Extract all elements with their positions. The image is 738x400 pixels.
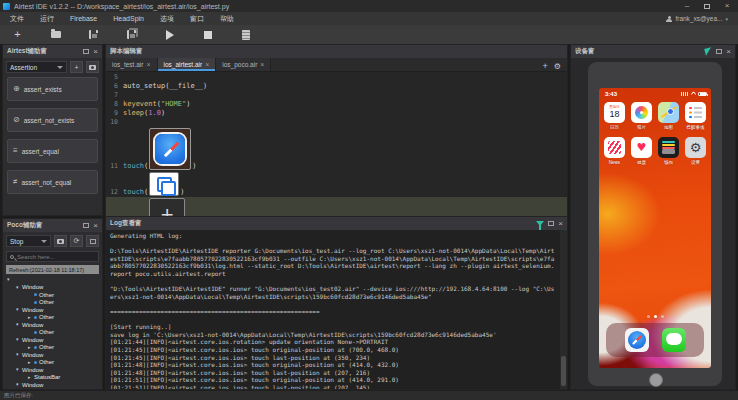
- close-panel-icon[interactable]: ×: [726, 48, 731, 56]
- open-script-button[interactable]: [50, 29, 61, 40]
- tree-node[interactable]: ▾Window: [3, 306, 102, 314]
- app-messages[interactable]: [662, 328, 686, 352]
- save-as-button[interactable]: [126, 29, 137, 40]
- log-scrollbar[interactable]: [560, 230, 567, 389]
- code-line[interactable]: 5: [106, 73, 567, 82]
- insert-snippet-button[interactable]: +: [70, 61, 83, 73]
- assertion-mode-select[interactable]: Assertion: [6, 61, 67, 73]
- line-number: 10: [106, 118, 123, 127]
- menu-run[interactable]: 运行: [40, 14, 54, 24]
- tree-node[interactable]: ▸Other: [3, 359, 102, 367]
- save-script-button[interactable]: [88, 29, 99, 40]
- tab-close-icon[interactable]: ×: [146, 61, 150, 68]
- tab-ios-poco[interactable]: ios_poco.air ×: [216, 58, 271, 71]
- app-health[interactable]: ♥ 健康: [628, 137, 655, 165]
- app-calendar[interactable]: 星期日 18 日历: [601, 102, 628, 130]
- code-line[interactable]: 12touch(): [106, 171, 567, 197]
- tree-node[interactable]: ▾Window: [3, 336, 102, 344]
- poco-refresh-row[interactable]: Refresh:(2021-02-18 11:18:17): [6, 265, 99, 274]
- assert-equal-button[interactable]: ≡ assert_equal: [7, 139, 98, 163]
- code-line[interactable]: 11touch(): [106, 127, 567, 171]
- close-panel-icon[interactable]: ×: [93, 222, 98, 230]
- poco-mode-select[interactable]: Stop: [6, 235, 51, 247]
- tree-node[interactable]: Other: [3, 291, 102, 299]
- float-panel-icon[interactable]: [83, 49, 89, 54]
- app-wallet[interactable]: 钱包: [655, 137, 682, 165]
- app-news[interactable]: News: [601, 137, 628, 165]
- code-line[interactable]: 7: [106, 91, 567, 100]
- stop-script-button[interactable]: [202, 29, 213, 40]
- minimize-button[interactable]: –: [679, 1, 695, 12]
- home-button[interactable]: [649, 373, 663, 387]
- close-button[interactable]: ×: [719, 1, 735, 12]
- tree-node[interactable]: ▸Other: [3, 314, 102, 322]
- poco-refresh-button[interactable]: ⟳: [70, 235, 83, 247]
- code-line[interactable]: 10: [106, 118, 567, 127]
- menu-firebase[interactable]: Firebase: [70, 15, 97, 22]
- close-panel-icon[interactable]: ×: [93, 48, 98, 56]
- log-line: [01:21:51][INFO]<airtest.core.ios.ios> t…: [110, 376, 556, 384]
- tree-node[interactable]: ▸Other: [3, 344, 102, 352]
- new-script-button[interactable]: +: [12, 29, 23, 40]
- tab-close-icon[interactable]: ×: [205, 61, 209, 68]
- assert-not-equal-button[interactable]: ≠ assert_not_equal: [7, 170, 98, 194]
- search-input[interactable]: [17, 254, 95, 260]
- tab-close-icon[interactable]: ×: [260, 61, 264, 68]
- person-icon: [666, 16, 672, 22]
- run-script-button[interactable]: [164, 29, 175, 40]
- log-filter-icon[interactable]: [536, 221, 544, 226]
- tree-node[interactable]: Other: [3, 329, 102, 337]
- tree-node[interactable]: ▾Window: [3, 351, 102, 359]
- float-panel-icon[interactable]: [83, 223, 89, 228]
- tree-node[interactable]: ▾Window: [3, 284, 102, 292]
- maximize-button[interactable]: [699, 1, 715, 12]
- tree-node[interactable]: ▾Window: [3, 321, 102, 329]
- app-photos[interactable]: 照片: [628, 102, 655, 130]
- menu-headspin[interactable]: HeadSpin: [113, 15, 144, 22]
- snapshot-button[interactable]: [86, 61, 99, 73]
- log-output[interactable]: Generating HTML log: D:\Tools\AirtestIDE…: [106, 230, 560, 389]
- code-area[interactable]: 56auto_setup(__file__)78keyevent("HOME")…: [106, 72, 567, 216]
- poco-lock-button[interactable]: [54, 235, 67, 247]
- tree-node[interactable]: ▾Window: [3, 366, 102, 374]
- account-menu[interactable]: frank_xs@yea... ▾: [666, 15, 728, 22]
- code-line[interactable]: 6auto_setup(__file__): [106, 82, 567, 91]
- tab-ios-test[interactable]: ios_test.air ×: [106, 58, 158, 71]
- app-safari[interactable]: [625, 328, 649, 352]
- menu-file[interactable]: 文件: [10, 14, 24, 24]
- float-panel-icon[interactable]: [716, 49, 722, 54]
- assert-exists-button[interactable]: ⊕ assert_exists: [7, 77, 98, 101]
- tab-ios-airtest[interactable]: ios_airtest.air ×: [158, 58, 217, 71]
- app-maps[interactable]: 地图: [655, 102, 682, 130]
- assert-not-exists-button[interactable]: ⊘ assert_not_exists: [7, 108, 98, 132]
- tree-node[interactable]: ▸StatusBar: [3, 374, 102, 382]
- menu-options[interactable]: 选项: [160, 14, 174, 24]
- code-line[interactable]: 9sleep(1.0): [106, 109, 567, 118]
- close-panel-icon[interactable]: ×: [558, 220, 563, 228]
- log-line: [110, 300, 556, 308]
- app-settings[interactable]: ⚙ 设置: [682, 137, 709, 165]
- app-reminders[interactable]: 提醒事项: [682, 102, 709, 130]
- tree-node[interactable]: ▾Window: [3, 381, 102, 389]
- poco-float-button[interactable]: [86, 235, 99, 247]
- view-report-button[interactable]: [240, 29, 251, 40]
- inspect-cursor-icon[interactable]: [705, 47, 714, 56]
- float-panel-icon[interactable]: [548, 221, 554, 226]
- photos-icon: [631, 102, 652, 123]
- phone-screen[interactable]: 3:43 星期日 18 日历 照片: [599, 88, 711, 368]
- menu-help[interactable]: 帮助: [220, 14, 234, 24]
- tree-node[interactable]: ▾: [3, 276, 102, 284]
- editor-settings-button[interactable]: ⚙: [554, 63, 561, 71]
- scrollbar-thumb[interactable]: [561, 356, 566, 386]
- menu-window[interactable]: 窗口: [190, 14, 204, 24]
- log-text: [01:21:45][INFO]<airtest.core.ios.ios> t…: [110, 346, 399, 353]
- plus-icon: +: [14, 29, 20, 40]
- code-line[interactable]: 13touch(): [106, 197, 567, 216]
- phone-bezel: 3:43 星期日 18 日历 照片: [587, 61, 723, 387]
- code-token: sleep: [123, 109, 144, 118]
- tree-caret-icon[interactable]: ▾: [7, 277, 13, 282]
- code-line[interactable]: 8keyevent("HOME"): [106, 100, 567, 109]
- add-tab-button[interactable]: +: [543, 62, 548, 71]
- tree-node[interactable]: Other: [3, 299, 102, 307]
- poco-tree[interactable]: ▾▾WindowOtherOther▾Window▸Other▾WindowOt…: [3, 276, 102, 390]
